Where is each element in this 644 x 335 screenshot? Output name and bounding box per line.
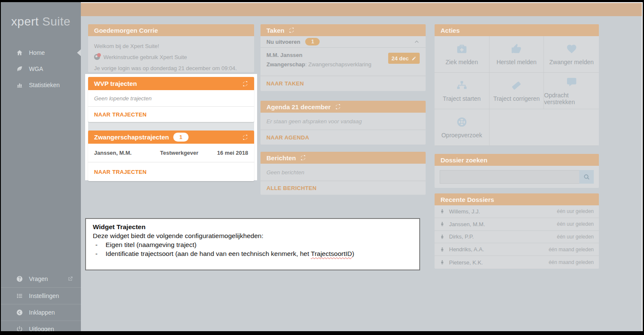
- refresh-icon[interactable]: [242, 81, 248, 87]
- search-button[interactable]: [579, 170, 594, 184]
- dossier-row[interactable]: Dirks, P.P. één uur geleden: [435, 231, 599, 244]
- action-traject-starten[interactable]: Traject starten: [435, 73, 489, 109]
- count-badge: 1: [173, 133, 189, 142]
- action-zwanger-melden[interactable]: Zwanger melden: [544, 36, 599, 73]
- naar-trajecten-link[interactable]: NAAR TRAJECTEN: [94, 169, 146, 175]
- zwanger-widget-header: Zwangerschapstrajecten 1: [88, 131, 254, 144]
- dossier-zoeken-body: [435, 166, 599, 188]
- annotation-callout: Widget Trajecten Deze widget biedt de vo…: [85, 218, 420, 270]
- question-circle-icon: [15, 275, 24, 282]
- berichten-empty-text: Geen berichten: [266, 169, 304, 176]
- dossier-row[interactable]: Willems, J.J. één uur geleden: [435, 205, 599, 218]
- taken-widget: Taken Nu uitvoeren 1 M.M. Janssen Zwange…: [260, 24, 426, 91]
- action-oproepverzoek[interactable]: Oproepverzoek: [435, 109, 489, 146]
- zwanger-widget-body: Janssen, M.M. Testwerkgever 16 mei 2018 …: [88, 144, 254, 181]
- sidebar: xpert Suite Home WGA Statistieken Vragen…: [1, 2, 81, 331]
- sidebar-item-label: Uitloggen: [29, 326, 54, 332]
- dossier-row[interactable]: Pieterse, K.K. één maand geleden: [435, 256, 599, 269]
- sidebar-item-label: WGA: [29, 65, 43, 72]
- sitemap-icon: [456, 80, 467, 91]
- wvp-widget-body: Geen lopende trajecten NAAR TRAJECTEN: [88, 90, 254, 122]
- traject-row[interactable]: Janssen, M.M. Testwerkgever 16 mei 2018: [88, 144, 254, 162]
- nu-uitvoeren-section[interactable]: Nu uitvoeren 1: [260, 36, 426, 48]
- dossier-search-input[interactable]: [440, 170, 579, 184]
- annotation-bullet-text: Eigen titel (naamgeving traject): [106, 240, 197, 249]
- search-icon: [584, 174, 590, 180]
- person-icon: [440, 208, 445, 214]
- section-label: Nu uitvoeren: [266, 39, 300, 45]
- highlight-region: WVP trajecten Geen lopende trajecten NAA…: [85, 74, 257, 180]
- task-row[interactable]: M.M. Janssen Zwangerschap: Zwangerschaps…: [260, 48, 426, 76]
- instruction-link[interactable]: Werkinstructie gebruik Xpert Suite: [103, 54, 187, 60]
- annotation-title: Widget Trajecten: [93, 222, 412, 231]
- action-opdracht-verstrekken[interactable]: Opdracht verstrekken: [544, 73, 599, 109]
- berichten-widget: Berichten Geen berichten ALLE BERICHTEN: [260, 152, 426, 195]
- greeting-widget: Goedemorgen Corrie Welkom bij de Xpert S…: [88, 24, 254, 72]
- action-ziek-melden[interactable]: Ziek melden: [435, 36, 489, 73]
- instruction-link-row[interactable]: Werkinstructie gebruik Xpert Suite: [94, 51, 248, 62]
- action-traject-corrigeren[interactable]: Traject corrigeren: [489, 73, 544, 109]
- recente-dossiers-header: Recente Dossiers: [435, 193, 599, 205]
- app-window: xpert Suite Home WGA Statistieken Vragen…: [1, 2, 643, 331]
- refresh-icon[interactable]: [335, 104, 341, 110]
- sidebar-item-label: Home: [29, 49, 45, 56]
- dossier-row[interactable]: Hendriks, A.A. één maand geleden: [435, 243, 599, 256]
- naar-taken-link[interactable]: NAAR TAKEN: [266, 80, 304, 87]
- chevron-up-icon[interactable]: [414, 39, 420, 45]
- heart-icon: [566, 43, 577, 54]
- sidebar-item-statistieken[interactable]: Statistieken: [1, 77, 81, 93]
- action-herstel-melden[interactable]: Herstel melden: [489, 36, 544, 73]
- sidebar-item-uitloggen[interactable]: Uitloggen: [1, 321, 81, 331]
- dossier-time: één uur geleden: [557, 234, 594, 240]
- zwangerschapstrajecten-widget: Zwangerschapstrajecten 1 Janssen, M.M. T…: [88, 131, 254, 181]
- sidebar-item-inklappen[interactable]: Inklappen: [1, 304, 81, 320]
- alle-berichten-link[interactable]: ALLE BERICHTEN: [266, 185, 317, 191]
- annotation-intro: Deze widget biedt de volgende configurat…: [93, 231, 412, 240]
- chevron-circle-left-icon: [15, 309, 24, 316]
- dossier-time: één maand geleden: [549, 259, 594, 265]
- bar-chart-icon: [15, 82, 24, 88]
- dossier-name: Hendriks, A.A.: [449, 246, 484, 253]
- dossier-zoeken-header: Dossier zoeken: [435, 154, 599, 166]
- greeting-widget-body: Welkom bij de Xpert Suite! Werkinstructi…: [88, 36, 254, 72]
- refresh-icon[interactable]: [289, 27, 295, 33]
- dossier-time: één uur geleden: [557, 221, 594, 227]
- naar-agenda-link[interactable]: NAAR AGENDA: [266, 134, 309, 141]
- recente-dossiers-body: Willems, J.J. één uur geleden Janssen, M…: [435, 205, 599, 269]
- zwanger-title: Zwangerschapstrajecten: [94, 133, 169, 141]
- acties-widget-header: Acties: [435, 24, 599, 36]
- refresh-icon[interactable]: [300, 155, 306, 161]
- wvp-trajecten-widget: WVP trajecten Geen lopende trajecten NAA…: [88, 77, 254, 122]
- berichten-widget-body: Geen berichten ALLE BERICHTEN: [260, 164, 426, 195]
- dossier-time: één maand geleden: [549, 247, 594, 253]
- agenda-widget-body: Er staan geen afspraken voor vandaag NAA…: [260, 113, 426, 145]
- sidebar-item-home[interactable]: Home: [1, 45, 81, 61]
- brand-second: Suite: [42, 15, 70, 28]
- dossier-time: één uur geleden: [557, 208, 594, 214]
- taken-widget-header: Taken: [260, 24, 426, 36]
- task-date-badge[interactable]: 24 dec: [388, 53, 420, 64]
- person-icon: [440, 247, 445, 253]
- empty-cell: [489, 109, 599, 146]
- refresh-icon[interactable]: [242, 134, 248, 140]
- berichten-title: Berichten: [266, 154, 296, 162]
- wvp-title: WVP trajecten: [94, 80, 137, 87]
- traject-name: Janssen, M.M.: [94, 150, 160, 156]
- agenda-title: Agenda 21 december: [266, 103, 331, 111]
- section-count-badge: 1: [305, 38, 320, 45]
- wvp-empty-text: Geen lopende trajecten: [94, 95, 152, 102]
- acties-title: Acties: [441, 27, 460, 34]
- greeting-title: Goedemorgen Corrie: [94, 27, 158, 34]
- sidebar-item-label: Inklappen: [29, 309, 55, 316]
- task-date: 24 dec: [392, 55, 409, 62]
- sidebar-item-wga[interactable]: WGA: [1, 61, 81, 77]
- action-label: Oproepverzoek: [441, 132, 482, 139]
- life-ring-icon: [456, 116, 467, 128]
- recente-dossiers-widget: Recente Dossiers Willems, J.J. één uur g…: [435, 193, 599, 269]
- sidebar-item-vragen[interactable]: Vragen: [1, 271, 81, 287]
- pencil-icon: [412, 56, 416, 61]
- greeting-widget-header: Goedemorgen Corrie: [88, 24, 254, 36]
- sidebar-item-instellingen[interactable]: Instellingen: [1, 287, 81, 304]
- naar-trajecten-link[interactable]: NAAR TRAJECTEN: [94, 111, 146, 118]
- dossier-row[interactable]: Janssen, M.M. één uur geleden: [435, 218, 599, 231]
